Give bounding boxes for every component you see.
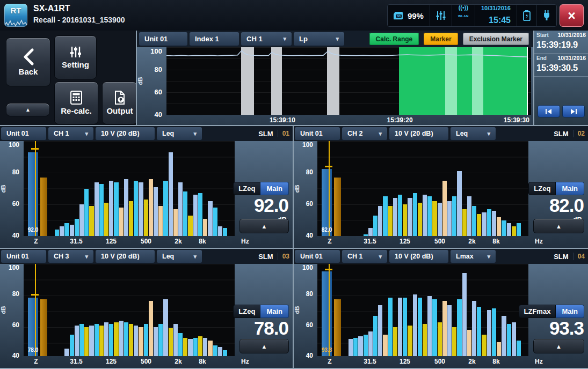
frequency-tick-label: 500 [135,358,157,365]
frequency-tick-label: 500 [429,238,451,245]
back-button[interactable]: Back [6,38,50,86]
range-select[interactable]: 10 V (20 dB) [389,127,448,140]
start-time: 15:39:19.9 [536,40,586,50]
band-bar [95,324,99,356]
range-select[interactable]: 10 V (20 dB) [96,250,155,263]
band-bar [482,212,486,236]
y-tick-label: 80 [12,290,19,298]
expand-button[interactable]: ▲ [533,219,584,233]
expand-button[interactable]: ▲ [239,219,289,233]
metric-label-button[interactable]: LZeq [528,182,556,195]
spectrum-bars [55,141,227,236]
slm-badge: SLM 02 [554,127,585,140]
exclusion-marker-chip[interactable]: Exclusion Marker [463,33,529,45]
x-axis: Z31.51255002k8kHz [0,356,293,368]
slm-panel-03: Unit 01 CH 3▾ 10 V (20 dB) Leq▾ SLM 03 d… [0,249,293,368]
band-bar [223,350,227,356]
main-button[interactable]: Main [260,305,289,318]
unit-select[interactable]: Unit 01 [139,32,187,46]
step-back-button[interactable] [538,105,560,117]
band-bar [89,326,93,356]
output-button[interactable]: Output [102,82,137,124]
channel-select[interactable]: CH 3▾ [48,250,93,263]
band-bar [373,216,378,236]
metric-select[interactable]: Lp▾ [294,32,344,46]
band-bar [373,316,378,356]
slm-label: SLM [258,253,277,261]
band-bar [139,327,143,356]
time-tick-label: 15:39:10 [270,116,295,124]
band-bar [368,331,373,356]
channel-label: CH 1 [54,130,69,137]
range-select[interactable]: 10 V (20 dB) [96,127,155,140]
band-bar [462,209,467,236]
step-forward-button[interactable] [562,105,585,117]
metric-label-button[interactable]: LZFmax [519,305,556,318]
metric-select[interactable]: Lmax▾ [451,250,496,263]
band-bar [188,216,192,236]
slm-panel-01: Unit 01 CH 1▾ 10 V (20 dB) Leq▾ SLM 01 d… [0,126,293,248]
calc-range-chip[interactable]: Calc. Range [369,33,419,45]
chevron-down-icon: ▾ [184,253,197,260]
expand-button[interactable]: ▲ [533,339,584,353]
x-axis: 15:39:1015:39:2015:39:30 [166,115,531,126]
z-cap-tick [325,166,332,167]
level-time-chart[interactable] [166,47,531,115]
output-label: Output [106,106,133,115]
up-arrow-icon: ▲ [556,223,562,230]
band-bar [492,308,496,356]
main-button[interactable]: Main [556,305,584,318]
main-button[interactable]: Main [556,182,584,195]
display-toggle: LZeq Main [233,182,289,195]
recalc-button[interactable]: Re-calc. [54,82,98,124]
band-bar [154,327,158,356]
range-select[interactable]: 10 V (20 dB) [389,250,448,263]
marker-chip[interactable]: Marker [424,33,458,45]
band-bar [129,201,133,236]
setting-label: Setting [62,60,89,69]
slm-panel-02: Unit 01 CH 2▾ 10 V (20 dB) Leq▾ SLM 02 d… [294,126,588,248]
metric-select[interactable]: Leq▾ [451,127,496,140]
unit-select[interactable]: Unit 01 [1,127,46,140]
spectrum-chart: 92.0 [24,141,235,236]
band-bar [497,342,501,356]
setting-button[interactable]: Setting [54,35,97,79]
frequency-tick-label: 125 [394,358,416,365]
metric-label-button[interactable]: LZeq [233,182,260,195]
band-bar [472,301,476,356]
band-bar [183,338,187,356]
metric-label-button[interactable]: LZeq [233,305,260,318]
close-button[interactable]: × [560,4,584,27]
vertical-divider [533,31,534,126]
index-select[interactable]: Index 1 [190,32,239,46]
main-button[interactable]: Main [260,182,289,195]
up-arrow-icon: ▲ [262,223,267,230]
expand-button[interactable]: ▲ [239,339,289,353]
chevron-down-icon: ▾ [184,130,197,137]
slm-number: 03 [278,253,289,260]
metric-select[interactable]: Leq▾ [157,127,202,140]
channel-select[interactable]: CH 1▾ [241,32,292,46]
band-bar [144,324,148,356]
y-tick-label: 100 [302,264,313,271]
band-bar [173,324,178,356]
result-panel: LZeq Main 92.0 dB ▲ [236,141,293,236]
channel-select[interactable]: CH 2▾ [342,127,387,140]
x-axis: Z31.51255002k8kHz [294,236,588,248]
unit-select[interactable]: Unit 01 [1,250,46,263]
y-tick-label: 100 [9,264,19,271]
result-panel: LZeq Main 82.0 dB ▲ [529,141,588,236]
channel-select[interactable]: CH 1▾ [342,250,387,263]
collapse-panel-button[interactable]: ▲ [6,103,50,116]
band-bar [349,339,353,356]
channel-select[interactable]: CH 1▾ [48,127,93,140]
y-axis: dB 100806040 [294,264,317,356]
band-bar [368,228,373,236]
unit-select[interactable]: Unit 01 [295,250,340,263]
display-toggle: LZFmax Main [519,305,584,318]
result-panel: LZeq Main 78.0 dB ▲ [236,264,293,356]
band-bar [75,219,79,236]
band-bar [472,206,476,236]
unit-select[interactable]: Unit 01 [295,127,340,140]
metric-select[interactable]: Leq▾ [157,250,202,263]
